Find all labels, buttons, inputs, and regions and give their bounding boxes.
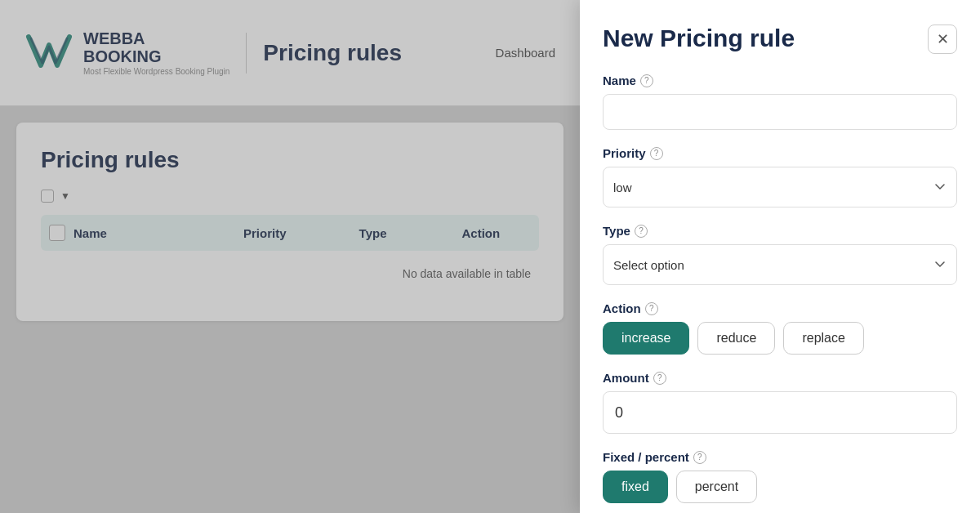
amount-field-group: Amount ? <box>603 371 957 434</box>
fixed-percent-toggle-group: fixed percent <box>603 471 957 503</box>
action-increase-button[interactable]: increase <box>603 322 689 355</box>
select-all-checkbox[interactable] <box>41 190 54 203</box>
col-action: Action <box>431 226 531 240</box>
action-toggle-group: increase reduce replace <box>603 322 957 355</box>
action-label: Action ? <box>603 301 957 315</box>
panel-title: New Pricing rule <box>603 25 795 52</box>
type-label: Type ? <box>603 224 957 238</box>
col-name: Name <box>74 226 207 240</box>
fixed-percent-label: Fixed / percent ? <box>603 450 957 464</box>
action-help-icon[interactable]: ? <box>645 302 658 315</box>
panel-header: New Pricing rule ✕ <box>603 25 957 54</box>
priority-select[interactable]: low medium high <box>603 167 957 207</box>
table-header-checkbox[interactable] <box>49 225 65 241</box>
page-title: Pricing rules <box>263 40 402 66</box>
brand-name: WEBBABOOKING <box>83 29 229 65</box>
amount-help-icon[interactable]: ? <box>653 372 666 385</box>
nav-dashboard[interactable]: Dashboard <box>496 46 555 60</box>
filter-chevron[interactable]: ▼ <box>60 190 70 202</box>
type-field-group: Type ? Select option Date range Day of w… <box>603 224 957 285</box>
amount-input[interactable] <box>603 391 957 434</box>
amount-label: Amount ? <box>603 371 957 385</box>
priority-help-icon[interactable]: ? <box>650 147 663 160</box>
fixed-percent-help-icon[interactable]: ? <box>693 451 706 464</box>
action-reduce-button[interactable]: reduce <box>697 322 775 355</box>
filter-row: ▼ <box>41 190 539 203</box>
type-help-icon[interactable]: ? <box>635 225 648 238</box>
action-field-group: Action ? increase reduce replace <box>603 301 957 355</box>
tagline: Most Flexible Wordpress Booking Plugin <box>83 67 229 76</box>
name-field-group: Name ? <box>603 74 957 130</box>
logo-area: WEBBABOOKING Most Flexible Wordpress Boo… <box>24 29 229 78</box>
content-area: Pricing rules ▼ Name Priority Type Actio… <box>0 106 580 513</box>
fixed-button[interactable]: fixed <box>603 471 668 503</box>
app-header: WEBBABOOKING Most Flexible Wordpress Boo… <box>0 0 580 106</box>
col-priority: Priority <box>215 226 314 240</box>
type-select[interactable]: Select option Date range Day of week Tim… <box>603 244 957 285</box>
col-type: Type <box>323 226 422 240</box>
new-pricing-rule-panel: New Pricing rule ✕ Name ? Priority ? low… <box>580 0 980 513</box>
name-help-icon[interactable]: ? <box>640 74 653 87</box>
action-replace-button[interactable]: replace <box>783 322 863 355</box>
webba-logo <box>24 29 74 78</box>
name-label: Name ? <box>603 74 957 87</box>
nav-links: Dashboard <box>496 46 555 60</box>
no-data-message: No data available in table <box>41 251 539 297</box>
pricing-rules-card: Pricing rules ▼ Name Priority Type Actio… <box>16 123 564 321</box>
header-divider <box>246 33 247 74</box>
logo-text: WEBBABOOKING Most Flexible Wordpress Boo… <box>83 29 229 76</box>
name-input[interactable] <box>603 94 957 130</box>
fixed-percent-field-group: Fixed / percent ? fixed percent <box>603 450 957 503</box>
priority-label: Priority ? <box>603 146 957 160</box>
percent-button[interactable]: percent <box>676 471 757 503</box>
priority-field-group: Priority ? low medium high <box>603 146 957 207</box>
card-title: Pricing rules <box>41 147 539 173</box>
table-header: Name Priority Type Action <box>41 215 539 251</box>
close-button[interactable]: ✕ <box>928 25 957 54</box>
